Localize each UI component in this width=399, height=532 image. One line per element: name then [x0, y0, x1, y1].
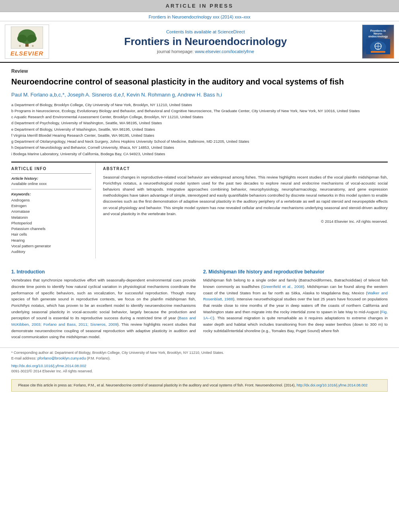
affiliation-h: h Department of Neurobiology and Behavio…	[11, 145, 388, 150]
citation-text: Please cite this article in press as: Fo…	[18, 383, 296, 387]
abstract-title: ABSTRACT	[103, 166, 388, 171]
ref-bass[interactable]: Bass and McKibben, 2003; Forlano and Bas…	[11, 316, 196, 327]
corresponding-label: * Corresponding author at: Department of…	[11, 351, 224, 355]
keyword-estrogen: Estrogen	[11, 203, 91, 209]
page: ARTICLE IN PRESS Frontiers in Neuroendoc…	[0, 0, 399, 532]
keyword-hearing: Hearing	[11, 238, 91, 243]
abstract-column: ABSTRACT Seasonal changes in reproductiv…	[103, 162, 388, 259]
affiliation-d: d Department of Psychology, University o…	[11, 120, 388, 126]
affiliation-f: f Virginia Merrill Bloedel Hearing Resea…	[11, 133, 388, 138]
aip-text: ARTICLE IN PRESS	[166, 3, 234, 9]
svg-point-4	[27, 35, 37, 43]
svg-text:⊕: ⊕	[19, 45, 21, 47]
article-info-title: ARTICLE INFO	[11, 166, 91, 171]
history-value: Available online xxxx	[11, 181, 91, 186]
email-person: (P.M. Forlano).	[87, 356, 111, 360]
journal-cover-icon	[366, 39, 390, 54]
email-line: E-mail address: pforlano@brooklyn.cuny.e…	[11, 355, 388, 362]
keyword-aromatase: Aromatase	[11, 209, 91, 214]
corresponding-author: * Corresponding author at: Department of…	[11, 350, 388, 356]
abstract-text: Seasonal changes in reproductive-related…	[103, 174, 388, 217]
ref-fig1[interactable]: Fig. 1A–C	[203, 310, 388, 320]
abstract-body: Seasonal changes in reproductive-related…	[103, 175, 388, 216]
ref-greenfield[interactable]: Greenfield et al., 2008	[263, 284, 303, 289]
affiliation-b: b Programs in Neuroscience, Ecology, Evo…	[11, 108, 388, 114]
sciencedirect-link[interactable]: ScienceDirect	[218, 29, 245, 34]
history-label: Article history:	[11, 176, 91, 181]
affiliation-e: e Department of Biology, University of W…	[11, 127, 388, 132]
section2-heading: 2. Midshipman life history and reproduct…	[203, 269, 388, 275]
keyword-photoperiod: Photoperiod	[11, 220, 91, 226]
footnote-area: * Corresponding author at: Department of…	[0, 347, 399, 377]
contents-label: Contents lists available at	[166, 29, 216, 34]
journal-issue-text: Frontiers in Neuroendocrinology xxx (201…	[148, 14, 250, 19]
svg-text:⊕: ⊕	[32, 45, 34, 47]
introduction-column: 1. Introduction Vertebrates that synchro…	[11, 269, 196, 343]
email-label: E-mail address:	[11, 356, 37, 360]
svg-rect-10	[371, 51, 385, 53]
intro-heading: 1. Introduction	[11, 269, 196, 275]
journal-thumbnail: Frontiers inNeuro-endocrinology	[362, 25, 394, 59]
homepage-label: journal homepage:	[157, 49, 193, 54]
keyword-vocal: Vocal pattern generator	[11, 243, 91, 249]
citation-link[interactable]: http://dx.doi.org/10.1016/j.yfrne.2014.0…	[296, 383, 368, 387]
keyword-androgens: Androgens	[11, 197, 91, 203]
affiliation-i: i Bodega Marine Laboratory, University o…	[11, 151, 388, 157]
keywords-label: Keywords:	[11, 192, 91, 196]
section2-column: 2. Midshipman life history and reproduct…	[203, 269, 388, 343]
article-body: Review Neuroendocrine control of seasona…	[0, 63, 399, 263]
doi-link[interactable]: http://dx.doi.org/10.1016/j.yfrne.2014.0…	[11, 364, 86, 368]
elsevier-text: ELSEVIER	[10, 50, 43, 57]
journal-header: ⊕ ⊕ ELSEVIER Contents lists available at…	[0, 21, 399, 63]
article-title: Neuroendocrine control of seasonal plast…	[11, 76, 388, 87]
journal-title-main: Frontiers in Neuroendocrinology	[124, 35, 287, 48]
ref-walker[interactable]: Walker and Rosenblatt, 1988	[203, 291, 388, 302]
article-info-divider	[11, 173, 91, 174]
journal-homepage: journal homepage: www.elsevier.com/locat…	[157, 49, 254, 54]
article-info-column: ARTICLE INFO Article history: Available …	[11, 162, 96, 259]
journal-link-bar: Frontiers in Neuroendocrinology xxx (201…	[0, 12, 399, 21]
section2-paragraph: Midshipman fish belong to a single order…	[203, 277, 388, 334]
keyword-melatonin: Melatonin	[11, 215, 91, 220]
keyword-auditory: Auditory	[11, 249, 91, 255]
aip-banner: ARTICLE IN PRESS	[0, 0, 399, 12]
svg-point-3	[17, 35, 27, 43]
elsevier-tree-icon: ⊕ ⊕	[11, 27, 43, 49]
authors-line: Paul M. Forlano a,b,c,*, Joseph A. Sisne…	[11, 91, 388, 99]
two-col-section: ARTICLE INFO Article history: Available …	[11, 162, 388, 259]
contents-line: Contents lists available at ScienceDirec…	[166, 29, 245, 34]
copyright-line: © 2014 Elsevier Inc. All rights reserved…	[103, 219, 388, 224]
elsevier-logo: ⊕ ⊕ ELSEVIER	[5, 25, 49, 59]
doi-line: http://dx.doi.org/10.1016/j.yfrne.2014.0…	[11, 363, 388, 369]
email-address[interactable]: pforlano@brooklyn.cuny.edu	[37, 356, 86, 360]
issn-line: 0091-3022/© 2014 Elsevier Inc. All right…	[11, 369, 388, 374]
affiliation-g: g Department of Otolaryngology, Head and…	[11, 139, 388, 144]
journal-center: Contents lists available at ScienceDirec…	[53, 25, 358, 59]
keywords-divider	[11, 189, 91, 189]
affiliation-c: c Aquatic Research and Environmental Ass…	[11, 114, 388, 120]
homepage-url[interactable]: www.elsevier.com/locate/yfrne	[195, 49, 254, 54]
review-label: Review	[11, 68, 388, 74]
main-content: 1. Introduction Vertebrates that synchro…	[0, 263, 399, 347]
affiliation-a: a Department of Biology, Brooklyn Colleg…	[11, 102, 388, 108]
keyword-hair-cells: Hair cells	[11, 232, 91, 237]
citation-bar: Please cite this article in press as: Fo…	[11, 379, 388, 392]
keyword-potassium: Potassium channels	[11, 226, 91, 232]
affiliations-block: a Department of Biology, Brooklyn Colleg…	[11, 102, 388, 157]
intro-paragraph: Vertebrates that synchronize reproductiv…	[11, 277, 196, 340]
